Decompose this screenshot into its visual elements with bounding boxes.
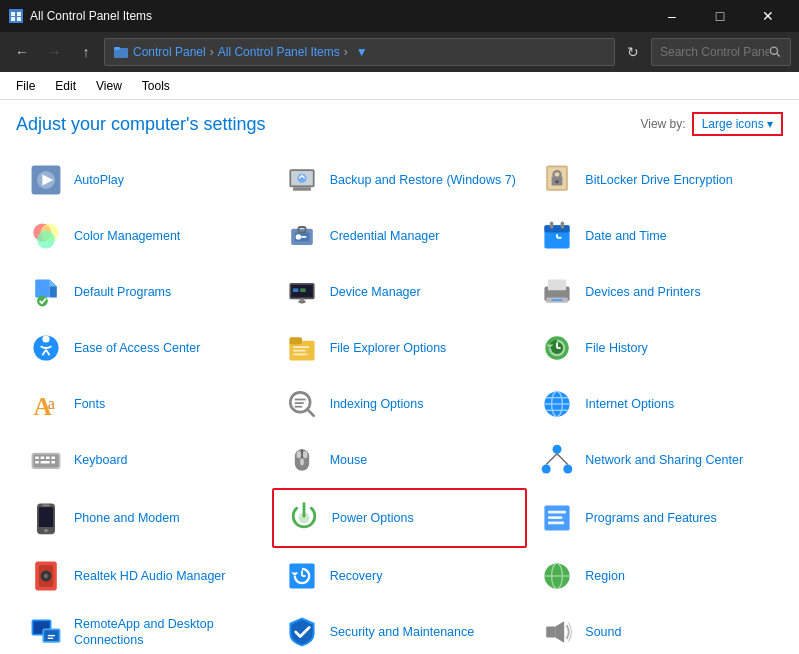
up-button[interactable]: ↑ xyxy=(72,38,100,66)
svg-point-90 xyxy=(542,465,551,474)
svg-point-96 xyxy=(44,529,48,533)
menu-file[interactable]: File xyxy=(8,75,43,97)
svg-point-91 xyxy=(564,465,573,474)
item-icon xyxy=(537,556,577,596)
header-row: Adjust your computer's settings View by:… xyxy=(16,112,783,136)
grid-item-credential-manager[interactable]: Credential Manager xyxy=(272,208,528,264)
svg-rect-121 xyxy=(547,627,556,638)
svg-rect-3 xyxy=(11,17,15,21)
item-label: Power Options xyxy=(332,510,414,526)
item-label: BitLocker Drive Encryption xyxy=(585,172,732,188)
grid-item-devices-and-printers[interactable]: Devices and Printers xyxy=(527,264,783,320)
item-icon xyxy=(282,328,322,368)
svg-rect-86 xyxy=(296,451,301,458)
grid-item-backup-and-restore-windows-7-[interactable]: Backup and Restore (Windows 7) xyxy=(272,152,528,208)
forward-button[interactable]: → xyxy=(40,38,68,66)
grid-item-realtek-hd-audio-manager[interactable]: Realtek HD Audio Manager xyxy=(16,548,272,604)
item-icon xyxy=(282,612,322,652)
title-bar-text: All Control Panel Items xyxy=(30,9,643,23)
grid-item-programs-and-features[interactable]: Programs and Features xyxy=(527,488,783,548)
grid-item-keyboard[interactable]: Keyboard xyxy=(16,432,272,488)
grid-item-autoplay[interactable]: AutoPlay xyxy=(16,152,272,208)
grid-item-ease-of-access-center[interactable]: Ease of Access Center xyxy=(16,320,272,376)
svg-rect-83 xyxy=(51,461,55,464)
grid-item-color-management[interactable]: Color Management xyxy=(16,208,272,264)
grid-item-default-programs[interactable]: Default Programs xyxy=(16,264,272,320)
item-label: File History xyxy=(585,340,648,356)
item-icon xyxy=(282,384,322,424)
item-icon: Aa xyxy=(26,384,66,424)
close-button[interactable]: ✕ xyxy=(745,0,791,32)
grid-item-region[interactable]: Region xyxy=(527,548,783,604)
minimize-button[interactable]: – xyxy=(649,0,695,32)
item-label: Device Manager xyxy=(330,284,421,300)
grid-item-power-options[interactable]: Power Options xyxy=(272,488,528,548)
svg-rect-54 xyxy=(289,337,302,344)
breadcrumb-2[interactable]: All Control Panel Items xyxy=(218,45,340,59)
grid-item-bitlocker-drive-encryption[interactable]: BitLocker Drive Encryption xyxy=(527,152,783,208)
maximize-button[interactable]: □ xyxy=(697,0,743,32)
item-label: File Explorer Options xyxy=(330,340,447,356)
item-label: Indexing Options xyxy=(330,396,424,412)
item-label: Region xyxy=(585,568,625,584)
item-label: Backup and Restore (Windows 7) xyxy=(330,172,516,188)
back-button[interactable]: ← xyxy=(8,38,36,66)
menu-tools[interactable]: Tools xyxy=(134,75,178,97)
svg-rect-77 xyxy=(35,456,39,459)
address-bar: ← → ↑ Control Panel › All Control Panel … xyxy=(0,32,799,72)
svg-marker-37 xyxy=(50,279,57,286)
grid-item-internet-options[interactable]: Internet Options xyxy=(527,376,783,432)
grid-item-date-and-time[interactable]: Date and Time xyxy=(527,208,783,264)
breadcrumb-1[interactable]: Control Panel xyxy=(133,45,206,59)
svg-point-7 xyxy=(771,47,778,54)
item-icon xyxy=(537,440,577,480)
grid-item-security-and-maintenance[interactable]: Security and Maintenance xyxy=(272,604,528,654)
svg-point-98 xyxy=(298,513,309,524)
item-label: Recovery xyxy=(330,568,383,584)
address-field[interactable]: Control Panel › All Control Panel Items … xyxy=(104,38,615,66)
search-input[interactable] xyxy=(660,45,769,59)
svg-rect-48 xyxy=(552,299,563,301)
svg-rect-81 xyxy=(35,461,39,464)
item-icon xyxy=(26,440,66,480)
item-icon xyxy=(537,216,577,256)
svg-rect-46 xyxy=(548,279,566,290)
grid-item-fonts[interactable]: AaFonts xyxy=(16,376,272,432)
grid-item-file-explorer-options[interactable]: File Explorer Options xyxy=(272,320,528,376)
menu-edit[interactable]: Edit xyxy=(47,75,84,97)
grid-item-mouse[interactable]: Mouse xyxy=(272,432,528,488)
svg-rect-1 xyxy=(11,12,15,16)
svg-rect-102 xyxy=(548,522,564,525)
svg-rect-87 xyxy=(303,451,308,458)
item-icon xyxy=(282,216,322,256)
grid-item-phone-and-modem[interactable]: Phone and Modem xyxy=(16,488,272,548)
item-icon xyxy=(282,556,322,596)
svg-point-26 xyxy=(295,234,300,239)
item-icon xyxy=(537,328,577,368)
grid-item-sound[interactable]: Sound xyxy=(527,604,783,654)
svg-rect-100 xyxy=(548,511,566,514)
svg-rect-56 xyxy=(293,350,306,352)
svg-line-8 xyxy=(777,53,780,56)
search-box[interactable] xyxy=(651,38,791,66)
svg-point-89 xyxy=(553,445,562,454)
window-controls: – □ ✕ xyxy=(649,0,791,32)
search-icon xyxy=(769,45,782,59)
svg-rect-97 xyxy=(42,505,49,507)
item-icon xyxy=(26,612,66,652)
grid-item-network-and-sharing-center[interactable]: Network and Sharing Center xyxy=(527,432,783,488)
grid-item-remoteapp-and-desktop-connections[interactable]: RemoteApp and Desktop Connections xyxy=(16,604,272,654)
address-chevron: ▼ xyxy=(356,45,368,59)
grid-item-device-manager[interactable]: Device Manager xyxy=(272,264,528,320)
menu-view[interactable]: View xyxy=(88,75,130,97)
item-icon xyxy=(282,160,322,200)
grid-item-file-history[interactable]: File History xyxy=(527,320,783,376)
item-label: Date and Time xyxy=(585,228,666,244)
refresh-button[interactable]: ↻ xyxy=(619,38,647,66)
view-dropdown[interactable]: Large icons ▾ xyxy=(692,112,783,136)
svg-rect-27 xyxy=(301,236,306,238)
grid-item-recovery[interactable]: Recovery xyxy=(272,548,528,604)
item-icon xyxy=(537,384,577,424)
grid-item-indexing-options[interactable]: Indexing Options xyxy=(272,376,528,432)
item-icon xyxy=(537,498,577,538)
